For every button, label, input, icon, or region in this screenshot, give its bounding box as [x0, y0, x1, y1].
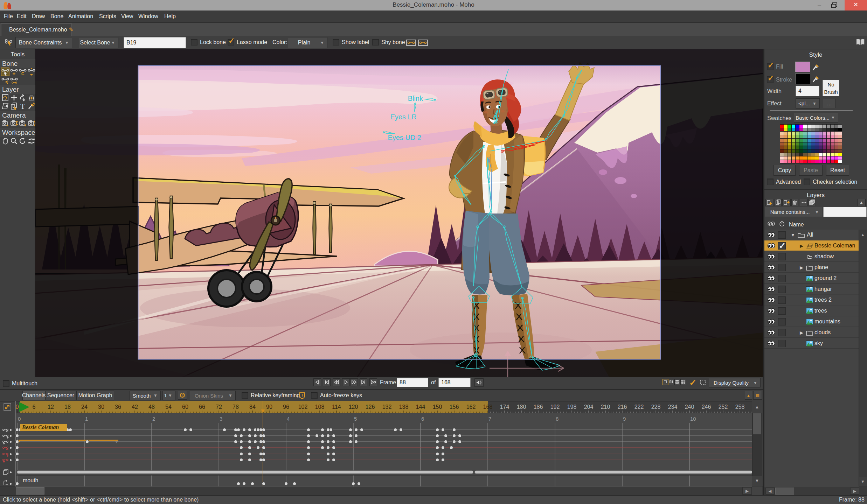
svg-text:Eyes UD 2: Eyes UD 2	[388, 134, 421, 141]
svg-text:9: 9	[623, 416, 626, 422]
svg-text:10: 10	[690, 416, 696, 422]
svg-text:C: C	[21, 71, 25, 76]
svg-text:2: 2	[152, 416, 155, 422]
svg-text:Eyes LR: Eyes LR	[390, 113, 417, 121]
svg-text:5: 5	[354, 416, 357, 422]
svg-text:6: 6	[421, 416, 424, 422]
svg-text:0: 0	[18, 416, 21, 422]
svg-text:T: T	[20, 102, 25, 110]
svg-text:Blink: Blink	[408, 94, 423, 102]
svg-text:7: 7	[488, 416, 491, 422]
svg-text:8: 8	[556, 416, 559, 422]
svg-text:4: 4	[287, 416, 290, 422]
svg-text:3: 3	[220, 416, 222, 422]
svg-text:1: 1	[85, 416, 88, 422]
